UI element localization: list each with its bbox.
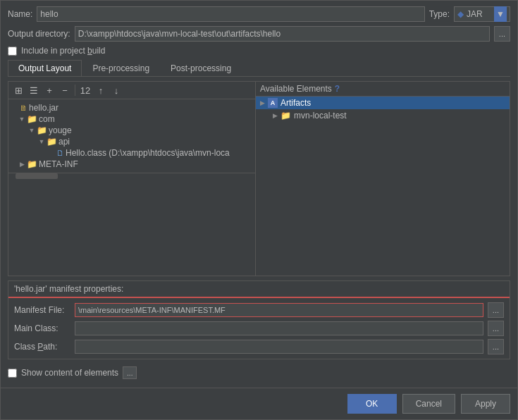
tree-scrollbar[interactable] [8, 173, 255, 178]
tree-item-helloclass[interactable]: 🗋 Hello.class (D:\xampp\htdocs\java\mvn-… [8, 147, 255, 159]
available-header: Available Elements ? [256, 82, 510, 97]
toolbar-list-btn[interactable]: ☰ [27, 83, 41, 97]
avail-item-mvn[interactable]: ▶ 📁 mvn-local-test [256, 109, 510, 122]
tab-output-layout[interactable]: Output Layout [8, 60, 82, 76]
tree-scroll-thumb[interactable] [16, 173, 58, 179]
tree-item-metainf[interactable]: ▶ 📁 META-INF [8, 159, 255, 170]
avail-item-artifacts[interactable]: ▶ A Artifacts [256, 97, 510, 109]
cancel-button[interactable]: Cancel [402, 394, 455, 414]
tab-post-processing[interactable]: Post-processing [160, 60, 242, 76]
manifest-mainclass-row: Main Class: ... [14, 321, 504, 336]
dialog: Name: Type: ◆ JAR ▼ Output directory: ..… [0, 0, 518, 420]
ok-button[interactable]: OK [347, 394, 397, 414]
name-input[interactable] [37, 6, 424, 22]
arrow-helloclass [48, 149, 55, 156]
jar-file-icon: 🗎 [20, 104, 27, 112]
manifest-fields: Manifest File: ... Main Class: ... Class… [8, 298, 510, 359]
arrow-com: ▼ [18, 116, 25, 123]
manifest-classpath-browse[interactable]: ... [488, 339, 504, 354]
tree-label-api: api [58, 137, 70, 147]
arrow-hellojar [11, 104, 18, 111]
avail-label-mvn: mvn-local-test [294, 111, 347, 121]
tree-label-com: com [39, 114, 55, 124]
toolbar-num-btn[interactable]: 12 [78, 83, 92, 97]
avail-arrow-mvn: ▶ [273, 112, 278, 119]
output-dir-row: Output directory: ... [8, 26, 510, 42]
toolbar-add-btn[interactable]: + [42, 83, 56, 97]
show-content-label: Show content of elements [21, 368, 118, 378]
manifest-classpath-row: Class Path: ... [14, 339, 504, 354]
folder-icon-youge: 📁 [37, 125, 47, 135]
jar-icon: ◆ [457, 9, 464, 19]
manifest-file-label: Manifest File: [14, 305, 70, 315]
type-value: JAR [467, 9, 483, 19]
tree-content: 🗎 hello.jar ▼ 📁 com ▼ 📁 youge ▼ [8, 99, 255, 173]
toolbar-up-btn[interactable]: ↑ [94, 83, 108, 97]
tree-panel: ⊞ ☰ + − 12 ↑ ↓ 🗎 hello.jar [8, 82, 256, 276]
available-list: ▶ A Artifacts ▶ 📁 mvn-local-test [256, 97, 510, 276]
button-bar: OK Cancel Apply [1, 388, 517, 419]
tree-label-metainf: META-INF [39, 159, 78, 169]
toolbar-down-btn[interactable]: ↓ [109, 83, 123, 97]
folder-icon-api: 📁 [47, 137, 57, 147]
manifest-mainclass-browse[interactable]: ... [488, 321, 504, 336]
folder-icon-com: 📁 [27, 114, 37, 124]
manifest-file-browse[interactable]: ... [488, 302, 504, 318]
tree-toolbar: ⊞ ☰ + − 12 ↑ ↓ [8, 82, 255, 99]
tree-item-api[interactable]: ▼ 📁 api [8, 136, 255, 147]
apply-button[interactable]: Apply [461, 394, 510, 414]
include-build-row: Include in project build [8, 46, 510, 56]
include-build-label: Include in project build [21, 46, 105, 56]
manifest-file-row: Manifest File: ... [14, 302, 504, 318]
artifact-icon: A [268, 98, 278, 108]
type-dropdown-arrow[interactable]: ▼ [494, 6, 507, 22]
tabs-bar: Output Layout Pre-processing Post-proces… [8, 60, 510, 77]
output-dir-input[interactable] [75, 26, 490, 42]
manifest-file-input[interactable] [75, 303, 483, 317]
main-area: ⊞ ☰ + − 12 ↑ ↓ 🗎 hello.jar [8, 81, 510, 276]
manifest-classpath-label: Class Path: [14, 342, 70, 352]
tree-label-youge: youge [49, 125, 72, 135]
file-icon-helloclass: 🗋 [56, 149, 64, 157]
type-dropdown[interactable]: ◆ JAR ▼ [454, 6, 510, 22]
manifest-mainclass-input[interactable] [75, 321, 483, 335]
tree-item-youge[interactable]: ▼ 📁 youge [8, 125, 255, 136]
show-content-checkbox[interactable] [8, 369, 17, 378]
name-type-row: Name: Type: ◆ JAR ▼ [8, 6, 510, 22]
avail-arrow-artifacts: ▶ [260, 99, 265, 106]
tree-label-hellojar: hello.jar [29, 103, 58, 113]
manifest-mainclass-label: Main Class: [14, 323, 70, 333]
include-build-checkbox[interactable] [8, 47, 17, 56]
tree-item-hellojar[interactable]: 🗎 hello.jar [8, 102, 255, 113]
arrow-youge: ▼ [28, 127, 35, 134]
show-content-btn[interactable]: ... [123, 366, 137, 379]
toolbar-separator [75, 85, 75, 96]
arrow-metainf: ▶ [18, 161, 25, 168]
show-content-row: Show content of elements ... [8, 364, 510, 382]
name-label: Name: [8, 9, 32, 19]
folder-icon-mvn: 📁 [280, 111, 291, 121]
dialog-content: Name: Type: ◆ JAR ▼ Output directory: ..… [1, 1, 517, 388]
manifest-title: 'hello.jar' manifest properties: [8, 281, 510, 298]
toolbar-remove-btn[interactable]: − [58, 83, 72, 97]
tree-item-com[interactable]: ▼ 📁 com [8, 113, 255, 125]
available-panel: Available Elements ? ▶ A Artifacts ▶ 📁 m… [256, 82, 510, 276]
help-icon[interactable]: ? [335, 84, 340, 94]
toolbar-icon-btn[interactable]: ⊞ [11, 83, 25, 97]
output-dir-browse-btn[interactable]: ... [494, 26, 510, 42]
arrow-api: ▼ [38, 138, 45, 145]
output-dir-label: Output directory: [8, 29, 70, 39]
avail-label-artifacts: Artifacts [280, 98, 311, 108]
tab-pre-processing[interactable]: Pre-processing [82, 60, 160, 76]
folder-icon-metainf: 📁 [27, 159, 37, 169]
manifest-section: 'hello.jar' manifest properties: Manifes… [8, 280, 510, 359]
manifest-classpath-input[interactable] [75, 340, 483, 354]
tree-label-helloclass: Hello.class (D:\xampp\htdocs\java\mvn-lo… [66, 148, 230, 158]
available-title: Available Elements [260, 84, 332, 94]
type-label: Type: [429, 9, 450, 19]
